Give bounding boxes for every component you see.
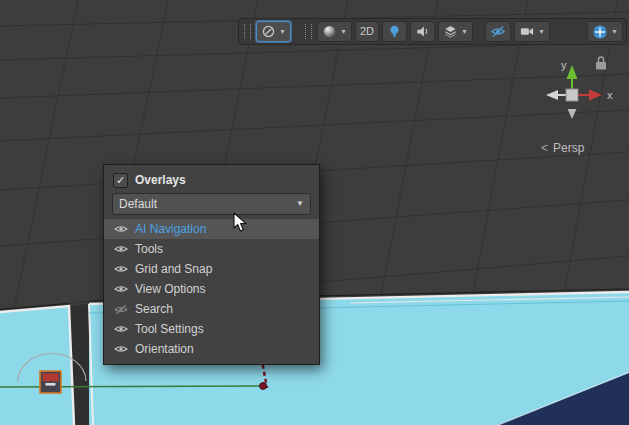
- overlay-item-label: Search: [135, 302, 173, 316]
- lightbulb-icon: [387, 24, 402, 39]
- audio-icon: [415, 24, 430, 39]
- chevron-down-icon: ▼: [296, 200, 304, 208]
- eye-icon[interactable]: [113, 224, 128, 234]
- eye-icon[interactable]: [113, 344, 128, 354]
- overlay-item-label: Grid and Snap: [135, 262, 212, 276]
- unity-scene-view: ▼ ▼ 2D: [0, 0, 629, 425]
- overlay-drag-handle[interactable]: [244, 24, 251, 39]
- eye-icon[interactable]: [113, 284, 128, 294]
- axis-x-label: x: [607, 89, 613, 101]
- overlay-item-label: View Options: [135, 282, 205, 296]
- camera-settings-button[interactable]: ▼: [514, 21, 550, 42]
- eye-icon[interactable]: [113, 324, 128, 334]
- chevron-down-icon: ▼: [279, 28, 286, 35]
- path-endpoint-dot: [260, 383, 267, 390]
- axis-y-label: y: [561, 59, 567, 71]
- scene-toolbar: ▼ ▼ 2D: [238, 18, 627, 45]
- scene-visibility-button[interactable]: [485, 21, 511, 42]
- draw-mode-button[interactable]: ▼: [317, 21, 352, 42]
- projection-label: Persp: [553, 141, 584, 155]
- chevron-down-icon: ▼: [611, 28, 618, 35]
- 2d-toggle-label: 2D: [360, 26, 374, 37]
- selected-scene-object[interactable]: [40, 371, 61, 393]
- effects-icon: [443, 24, 458, 39]
- overlay-item-label: Orientation: [135, 342, 194, 356]
- overlay-item-label: Tools: [135, 242, 163, 256]
- overlay-menu-item-tools[interactable]: Tools: [104, 239, 319, 259]
- overlays-menu-button[interactable]: ▼: [256, 21, 291, 42]
- chevron-left-icon: <: [541, 141, 548, 155]
- overlay-preset-value: Default: [119, 197, 295, 211]
- overlays-popup-menu: ✓ Overlays Default ▼ AI Navigation Tools…: [103, 164, 320, 365]
- overlays-enabled-checkbox[interactable]: ✓: [113, 173, 128, 188]
- eye-icon[interactable]: [113, 264, 128, 274]
- overlays-icon: [261, 24, 276, 39]
- lock-icon[interactable]: [596, 57, 606, 70]
- camera-icon: [519, 24, 535, 39]
- overlays-menu-header: ✓ Overlays: [104, 169, 319, 191]
- axis-negative-y[interactable]: [568, 109, 577, 119]
- overlay-drag-handle[interactable]: [305, 24, 312, 39]
- overlay-menu-item-ai-navigation[interactable]: AI Navigation: [104, 219, 319, 239]
- gizmo-target-icon: [592, 24, 608, 40]
- eye-slash-icon[interactable]: [113, 304, 128, 315]
- gizmo-center-cube[interactable]: [566, 89, 578, 101]
- scene-audio-button[interactable]: [410, 21, 435, 42]
- effects-dropdown-button[interactable]: ▼: [438, 21, 473, 42]
- chevron-down-icon: ▼: [461, 28, 468, 35]
- overlays-menu-title: Overlays: [135, 173, 186, 187]
- orientation-gizmo[interactable]: y x: [528, 52, 624, 130]
- gizmos-dropdown-button[interactable]: ▼: [587, 21, 623, 42]
- eye-icon[interactable]: [113, 244, 128, 254]
- eye-slash-icon: [490, 24, 506, 39]
- axis-x[interactable]: x: [578, 89, 613, 101]
- check-icon: ✓: [116, 175, 125, 186]
- chevron-down-icon: ▼: [340, 28, 347, 35]
- overlay-item-label: AI Navigation: [135, 222, 206, 236]
- overlay-menu-item-tool-settings[interactable]: Tool Settings: [104, 319, 319, 339]
- overlay-menu-item-search[interactable]: Search: [104, 299, 319, 319]
- shaded-sphere-icon: [322, 24, 337, 39]
- overlay-menu-item-orientation[interactable]: Orientation: [104, 339, 319, 359]
- projection-toggle[interactable]: < Persp: [541, 141, 584, 155]
- overlay-menu-item-grid-and-snap[interactable]: Grid and Snap: [104, 259, 319, 279]
- chevron-down-icon: ▼: [538, 28, 545, 35]
- overlay-preset-dropdown[interactable]: Default ▼: [112, 193, 311, 215]
- overlay-menu-item-view-options[interactable]: View Options: [104, 279, 319, 299]
- overlay-item-label: Tool Settings: [135, 322, 204, 336]
- navmesh-floor-left: [0, 304, 74, 425]
- scene-lighting-button[interactable]: [382, 21, 407, 42]
- 2d-toggle-button[interactable]: 2D: [355, 21, 379, 42]
- axis-negative-x[interactable]: [546, 90, 566, 100]
